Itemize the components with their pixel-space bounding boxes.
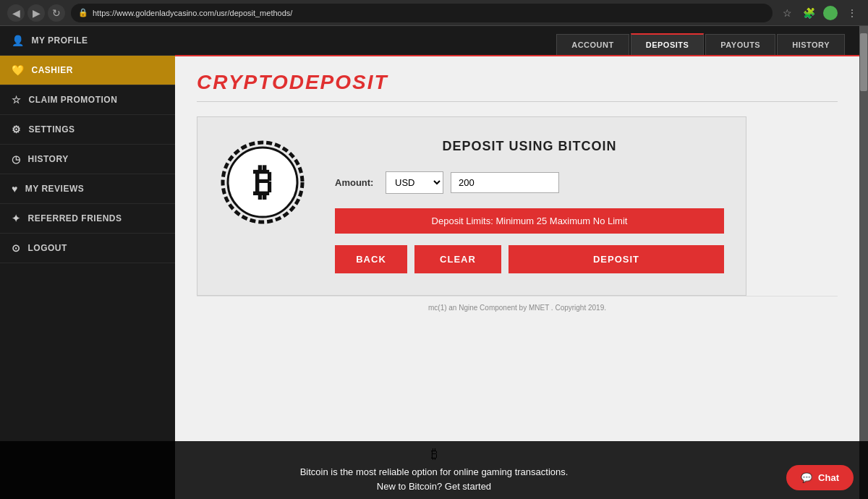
- scrollbar[interactable]: [859, 26, 868, 499]
- tab-payouts[interactable]: PAYOUTS: [705, 34, 775, 55]
- sidebar-item-history[interactable]: ◷ HISTORY: [0, 145, 175, 174]
- page-title: CRYPTODEPOSIT: [197, 71, 838, 102]
- deposit-limits-bar: Deposit Limits: Minimum 25 Maximum No Li…: [335, 208, 724, 234]
- sidebar-item-cashier[interactable]: 💛 CASHIER: [0, 56, 175, 85]
- referred-icon: ✦: [12, 213, 21, 224]
- sidebar-label-history: HISTORY: [28, 154, 69, 164]
- browser-avatar: [823, 6, 838, 20]
- currency-select[interactable]: USD EUR BTC: [386, 171, 443, 194]
- amount-label: Amount:: [335, 177, 378, 188]
- deposit-card-inner: ₿ DEPOSIT USING BITCOIN Amount: USD EUR …: [219, 139, 724, 273]
- menu-icon[interactable]: ⋮: [843, 4, 861, 22]
- bookmark-icon[interactable]: ☆: [778, 4, 796, 22]
- clear-button[interactable]: CLEAR: [414, 245, 501, 273]
- sidebar-item-claim-promotion[interactable]: ☆ CLAIM PROMOTION: [0, 85, 175, 115]
- sidebar-label-referred-friends: REFERRED FRIENDS: [28, 213, 122, 223]
- browser-nav-buttons: ◀ ▶ ↻: [7, 4, 65, 22]
- browser-chrome: ◀ ▶ ↻ 🔒 https://www.goldenladycasino.com…: [0, 0, 868, 26]
- back-nav-button[interactable]: ◀: [7, 4, 25, 22]
- logout-icon: ⊙: [12, 242, 21, 254]
- chat-label: Chat: [818, 472, 839, 483]
- sidebar-label-claim-promotion: CLAIM PROMOTION: [29, 95, 118, 105]
- extensions-icon[interactable]: 🧩: [800, 4, 817, 22]
- forward-nav-button[interactable]: ▶: [27, 4, 45, 22]
- sidebar-item-my-profile[interactable]: 👤 MY PROFILE: [0, 26, 175, 56]
- lock-icon: 🔒: [78, 8, 88, 17]
- scrollbar-thumb: [860, 33, 867, 91]
- chat-button[interactable]: 💬 Chat: [786, 465, 854, 490]
- sidebar-label-my-profile: MY PROFILE: [32, 35, 88, 46]
- refresh-nav-button[interactable]: ↻: [48, 4, 65, 22]
- sidebar-item-settings[interactable]: ⚙ SETTINGS: [0, 115, 175, 145]
- promotion-icon: ☆: [12, 94, 22, 106]
- settings-icon: ⚙: [12, 124, 22, 135]
- amount-input[interactable]: [451, 172, 559, 193]
- svg-text:₿: ₿: [253, 161, 272, 203]
- sidebar-label-settings: SETTINGS: [29, 124, 75, 135]
- address-bar[interactable]: 🔒 https://www.goldenladycasino.com/usr/d…: [71, 4, 773, 22]
- deposit-button[interactable]: DEPOSIT: [509, 245, 724, 273]
- sidebar-label-cashier: CASHIER: [32, 65, 74, 75]
- sidebar-item-logout[interactable]: ⊙ LOGOUT: [0, 234, 175, 263]
- browser-actions: ☆ 🧩 ⋮: [778, 4, 861, 22]
- content-area: ACCOUNT DEPOSITS PAYOUTS HISTORY CRYPTOD…: [175, 26, 859, 499]
- page-content: CRYPTODEPOSIT ₿ DEPOSIT USING BITCOIN Am…: [175, 56, 859, 499]
- profile-icon[interactable]: [822, 4, 839, 22]
- profile-icon: 👤: [12, 35, 25, 46]
- sidebar-label-my-reviews: MY REVIEWS: [25, 184, 84, 194]
- tab-history[interactable]: HISTORY: [777, 34, 845, 55]
- reviews-icon: ♥: [12, 183, 18, 195]
- top-nav: ACCOUNT DEPOSITS PAYOUTS HISTORY: [175, 26, 859, 56]
- amount-row: Amount: USD EUR BTC: [335, 171, 724, 194]
- sidebar-label-logout: LOGOUT: [28, 243, 67, 253]
- bottom-bar: ₿ Bitcoin is the most reliable option fo…: [0, 441, 868, 499]
- deposit-form-section: DEPOSIT USING BITCOIN Amount: USD EUR BT…: [335, 139, 724, 273]
- deposit-card: ₿ DEPOSIT USING BITCOIN Amount: USD EUR …: [197, 116, 746, 296]
- sidebar-item-referred-friends[interactable]: ✦ REFERRED FRIENDS: [0, 204, 175, 234]
- bitcoin-icon-small: ₿: [431, 447, 438, 462]
- deposit-actions: BACK CLEAR DEPOSIT: [335, 245, 724, 273]
- bitcoin-logo: ₿: [219, 139, 306, 226]
- main-layout: 👤 MY PROFILE 💛 CASHIER ☆ CLAIM PROMOTION…: [0, 26, 868, 499]
- deposit-heading: DEPOSIT USING BITCOIN: [335, 139, 724, 154]
- sidebar: 👤 MY PROFILE 💛 CASHIER ☆ CLAIM PROMOTION…: [0, 26, 175, 499]
- tab-account[interactable]: ACCOUNT: [556, 34, 629, 55]
- bottom-bar-text: Bitcoin is the most reliable option for …: [300, 465, 569, 493]
- sidebar-item-my-reviews[interactable]: ♥ MY REVIEWS: [0, 174, 175, 204]
- history-icon: ◷: [12, 153, 21, 165]
- cashier-icon: 💛: [12, 64, 25, 76]
- tab-deposits[interactable]: DEPOSITS: [631, 33, 705, 55]
- page-footer: mc(1) an Ngine Component by MNET . Copyr…: [197, 296, 838, 319]
- chat-icon: 💬: [801, 472, 812, 483]
- back-button[interactable]: BACK: [335, 245, 407, 273]
- url-text: https://www.goldenladycasino.com/usr/dep…: [93, 9, 292, 17]
